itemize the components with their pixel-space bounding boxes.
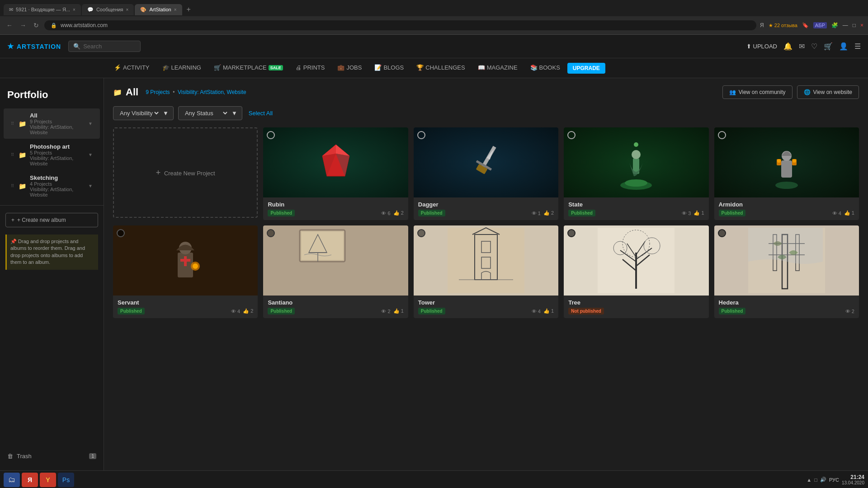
project-card-servant[interactable]: Servant Published 👁 4 👍 2 [113,225,258,318]
content-folder-icon: 📁 [113,88,122,97]
tab-close-email[interactable]: × [73,7,75,12]
back-button[interactable]: ← [5,20,14,31]
send-icon[interactable]: ✉ [799,42,805,51]
trash-label: Trash [17,453,32,460]
minimize-button[interactable]: — [843,22,848,28]
logo-text: ARTSTATION [17,43,61,50]
tab-close-artstation[interactable]: × [174,7,177,12]
tab-add-button[interactable]: + [183,4,194,15]
select-all-link[interactable]: Select All [249,110,273,117]
learning-icon: 🎓 [162,64,170,71]
project-card-armidon[interactable]: Armidon Published 👁 4 👍 1 [714,127,859,220]
sidebar-item-all[interactable]: ⠿ 📁 All 9 Projects Visibility: ArtStatio… [4,108,100,139]
refresh-button[interactable]: ↻ [32,20,41,31]
create-project-card[interactable]: + Create New Project [113,127,258,218]
nav-marketplace[interactable]: 🛒 MARKETPLACE SALE [208,59,288,77]
tab-close-messages[interactable]: × [126,7,129,12]
select-servant[interactable] [117,229,125,237]
create-album-button[interactable]: + + Create new album [5,213,98,227]
project-meta-servant: Published 👁 4 👍 2 [118,308,253,314]
status-servant: Published [118,308,145,314]
logo[interactable]: ★ ARTSTATION [7,42,61,51]
blogs-label: BLOGS [383,64,404,71]
nav-activity[interactable]: ⚡ ACTIVITY [108,59,155,77]
project-name-santiano: Santiano [268,299,403,306]
nav-books[interactable]: 📚 BOOKS [525,59,566,77]
arrow-sketching: ▼ [88,183,93,188]
notifications-icon[interactable]: 🔔 [783,42,793,51]
taskbar-icon-photoshop[interactable]: Ps [58,473,74,487]
select-santiano[interactable] [267,229,275,237]
stats-dagger: 👁 1 👍 2 [532,210,554,216]
project-name-armidon: Armidon [719,201,854,208]
nav-learning[interactable]: 🎓 LEARNING [157,59,207,77]
upgrade-button[interactable]: UPGRADE [567,63,605,74]
nav-prints[interactable]: 🖨 PRINTS [290,59,330,77]
select-rubin[interactable] [267,131,275,139]
taskbar-lang: РУС [829,477,839,483]
project-card-hedera[interactable]: Hedera Published 👁 2 [714,225,859,318]
sidebar-trash[interactable]: 🗑 Trash 1 [0,449,104,463]
folder-icon-photoshop: 📁 [19,151,26,159]
select-tower[interactable] [417,229,425,237]
taskbar-icon-yandex[interactable]: Я [22,473,38,487]
avatar[interactable]: 👤 [839,42,848,51]
project-card-tower[interactable]: Tower Published 👁 4 👍 1 [414,225,558,318]
project-card-tree[interactable]: Tree Not published [564,225,708,318]
stats-servant: 👁 4 👍 2 [231,308,253,314]
select-state[interactable] [567,131,576,139]
maximize-button[interactable]: □ [853,22,856,28]
views-rubin: 👁 6 [381,211,390,216]
nav-challenges[interactable]: 🏆 CHALLENGES [411,59,470,77]
jobs-icon: 💼 [337,64,344,71]
select-dagger[interactable] [417,131,425,139]
select-hedera[interactable] [718,229,726,237]
project-meta-tower: Published 👁 4 👍 1 [418,308,554,314]
sidebar-item-sketching[interactable]: ⠿ 📁 Sketching 4 Projects Visibility: Art… [4,171,100,201]
project-thumb-rubin [263,127,408,197]
magazine-label: MAGAZINE [487,64,518,71]
svg-point-26 [193,263,198,269]
bookmark-icon[interactable]: 🔖 [802,22,809,28]
nav-blogs[interactable]: 📝 BLOGS [369,59,409,77]
upload-button[interactable]: ⬆ UPLOAD [746,43,777,50]
visibility-filter[interactable]: Any Visibility Public Private ▼ [113,106,174,120]
project-name-tower: Tower [418,299,554,306]
tab-email[interactable]: ✉ 5921 · Входящие — Я... × [4,4,81,15]
project-card-state[interactable]: State Published 👁 3 👍 1 [564,127,708,220]
visibility-select[interactable]: Any Visibility Public Private [118,109,160,117]
view-community-button[interactable]: 👥 View on community [722,85,793,99]
view-website-button[interactable]: 🌐 View on website [797,85,859,99]
tab-messages[interactable]: 💬 Сообщения × [82,4,134,15]
nav-jobs[interactable]: 💼 JOBS [332,59,367,77]
taskbar-files-icon: 🗂 [8,476,15,484]
select-armidon[interactable] [718,131,726,139]
status-filter[interactable]: Any Status Published Not Published ▼ [178,106,242,120]
search-box[interactable]: 🔍 Search [68,41,141,52]
likes-santiano: 👍 1 [393,308,404,314]
taskbar-icon-files[interactable]: 🗂 [4,473,20,487]
favorites-icon[interactable]: ♡ [811,42,817,51]
close-button[interactable]: × [860,22,863,28]
sidebar-tip: 📌 Drag and drop projects and albums to r… [5,235,98,270]
project-card-santiano[interactable]: Santiano Published 👁 2 👍 1 [263,225,408,318]
taskbar-icon-yandex-browser[interactable]: Y [40,473,56,487]
project-card-rubin[interactable]: Rubin Published 👁 6 👍 2 [263,127,408,220]
cart-icon[interactable]: 🛒 [824,42,833,51]
project-info-servant: Servant Published 👁 4 👍 2 [113,296,258,318]
browser-addressbar: ← → ↻ 🔒 www.artstation.com Я ★ 22 отзыва… [0,16,868,34]
tab-artstation[interactable]: 🎨 ArtStation × [135,4,182,15]
extensions-icon[interactable]: 🧩 [831,22,838,28]
content-title-row: 📁 All 9 Projects • Visibility: ArtStatio… [113,86,722,98]
sidebar-item-photoshop[interactable]: ⠿ 📁 Photoshop art 5 Projects Visibility:… [4,140,100,170]
nav-magazine[interactable]: 📖 MAGAZINE [472,59,523,77]
project-card-dagger[interactable]: Dagger Published 👁 1 👍 2 [414,127,558,220]
status-select[interactable]: Any Status Published Not Published [183,109,229,117]
menu-icon[interactable]: ☰ [854,42,861,51]
select-tree[interactable] [567,229,576,237]
prints-icon: 🖨 [296,64,302,71]
website-icon: 🌐 [804,89,811,95]
forward-button[interactable]: → [18,20,28,31]
address-bar[interactable]: 🔒 www.artstation.com [44,20,756,30]
project-thumb-hedera [714,225,859,296]
